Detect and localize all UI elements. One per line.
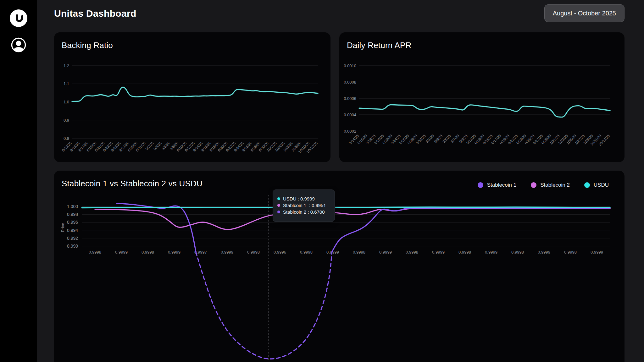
- legend-item-stablecoin-1[interactable]: Stablecoin 1: [478, 182, 517, 188]
- top-cards-row: Backing Ratio 1.21.11.00.90.88/13/258/15…: [54, 32, 625, 162]
- svg-text:0.0002: 0.0002: [344, 129, 356, 134]
- legend-label: Stablecoin 1: [487, 182, 517, 188]
- tooltip-dot-icon: [277, 211, 280, 213]
- daily-return-chart: 0.00100.00080.00060.00040.00028/14/258/1…: [339, 32, 625, 162]
- unitas-logo-icon[interactable]: [10, 9, 27, 27]
- svg-text:0.9999: 0.9999: [538, 250, 550, 255]
- svg-text:0.9999: 0.9999: [379, 250, 392, 255]
- svg-text:0.9999: 0.9999: [485, 250, 497, 255]
- page-title: Unitas Dashboard: [54, 8, 136, 19]
- svg-text:0.9998: 0.9998: [300, 250, 313, 255]
- svg-text:0.9998: 0.9998: [564, 250, 577, 255]
- svg-text:0.9998: 0.9998: [353, 250, 365, 255]
- svg-text:0.998: 0.998: [67, 212, 78, 217]
- tooltip-row: Stablcoin 1 : 0.9951: [277, 203, 330, 208]
- legend-label: Stablecoin 2: [540, 182, 570, 188]
- svg-text:Price: Price: [60, 223, 65, 232]
- tooltip-text: Stablcoin 2 : 0.6700: [283, 209, 325, 215]
- svg-text:0.9998: 0.9998: [406, 250, 418, 255]
- backing-ratio-card: Backing Ratio 1.21.11.00.90.88/13/258/15…: [54, 32, 330, 162]
- backing-ratio-title: Backing Ratio: [62, 41, 113, 50]
- svg-text:1.2: 1.2: [64, 63, 69, 68]
- svg-text:0.9999: 0.9999: [432, 250, 445, 255]
- user-avatar-icon: [11, 37, 26, 53]
- svg-text:0.9998: 0.9998: [511, 250, 524, 255]
- tooltip-text: Stablcoin 1 : 0.9951: [283, 203, 326, 208]
- svg-text:0.9: 0.9: [64, 118, 69, 123]
- tooltip-dot-icon: [277, 204, 280, 207]
- svg-text:9/1/25: 9/1/25: [425, 134, 435, 144]
- svg-text:0.0008: 0.0008: [344, 80, 356, 85]
- svg-text:9/2/25: 9/2/25: [145, 141, 154, 151]
- svg-text:0.9998: 0.9998: [458, 250, 471, 255]
- tooltip-row: Stablcoin 2 : 0.6700: [277, 209, 330, 215]
- svg-text:9/3/25: 9/3/25: [433, 134, 443, 144]
- svg-text:1.1: 1.1: [64, 81, 69, 86]
- tooltip-text: USDU : 0.9999: [283, 196, 315, 201]
- backing-ratio-chart: 1.21.11.00.90.88/13/258/15/258/17/258/19…: [54, 32, 330, 162]
- svg-text:0.9996: 0.9996: [274, 250, 286, 255]
- svg-text:0.0006: 0.0006: [344, 96, 356, 101]
- legend-label: USDU: [594, 182, 609, 188]
- comparison-chart: 1.0000.9980.9960.9940.9920.990Price0.999…: [54, 171, 625, 362]
- daily-return-title: Daily Return APR: [347, 41, 412, 50]
- daily-return-card: Daily Return APR 0.00100.00080.00060.000…: [339, 32, 625, 162]
- svg-text:1.0: 1.0: [64, 100, 69, 104]
- svg-text:0.996: 0.996: [67, 220, 78, 225]
- svg-text:0.9998: 0.9998: [89, 250, 101, 255]
- svg-text:0.9999: 0.9999: [168, 250, 180, 255]
- svg-text:0.0004: 0.0004: [344, 112, 356, 117]
- svg-text:9/6/25: 9/6/25: [161, 141, 171, 151]
- legend-dot-icon: [531, 182, 536, 188]
- svg-text:9/5/25: 9/5/25: [442, 134, 452, 144]
- header: Unitas Dashboard August - October 2025: [54, 0, 625, 27]
- svg-text:0.9999: 0.9999: [591, 250, 603, 255]
- legend-item-usdu[interactable]: USDU: [584, 182, 609, 188]
- legend-dot-icon: [584, 182, 590, 188]
- sidebar: [0, 0, 37, 362]
- tooltip-dot-icon: [277, 197, 280, 200]
- comparison-card: Stablecoin 1 vs Stablecoin 2 vs USDU Sta…: [54, 171, 625, 362]
- date-range-button[interactable]: August - October 2025: [544, 4, 625, 22]
- svg-text:0.994: 0.994: [67, 228, 78, 233]
- unitas-logo-glyph: [12, 11, 25, 25]
- svg-text:9/7/25: 9/7/25: [450, 134, 460, 144]
- legend-item-stablecoin-2[interactable]: Stablecoin 2: [531, 182, 570, 188]
- svg-text:0.9999: 0.9999: [221, 250, 233, 255]
- legend: Stablecoin 1Stablecoin 2USDU: [478, 182, 609, 188]
- user-avatar[interactable]: [11, 37, 26, 53]
- svg-text:0.9999: 0.9999: [115, 250, 128, 255]
- svg-text:0.990: 0.990: [67, 244, 78, 249]
- svg-text:0.0010: 0.0010: [344, 63, 356, 68]
- legend-dot-icon: [478, 182, 483, 188]
- svg-text:1.000: 1.000: [67, 204, 78, 209]
- main-content: Unitas Dashboard August - October 2025 B…: [37, 0, 644, 362]
- svg-text:9/4/25: 9/4/25: [153, 141, 163, 151]
- tooltip-row: USDU : 0.9999: [277, 196, 330, 201]
- svg-text:0.992: 0.992: [67, 236, 78, 241]
- svg-text:0.9998: 0.9998: [247, 250, 260, 255]
- comparison-title: Stablecoin 1 vs Stablecoin 2 vs USDU: [62, 179, 203, 189]
- svg-text:0.8: 0.8: [64, 136, 69, 141]
- svg-text:0.9998: 0.9998: [142, 250, 154, 255]
- chart-tooltip: USDU : 0.9999Stablcoin 1 : 0.9951Stablco…: [273, 189, 335, 222]
